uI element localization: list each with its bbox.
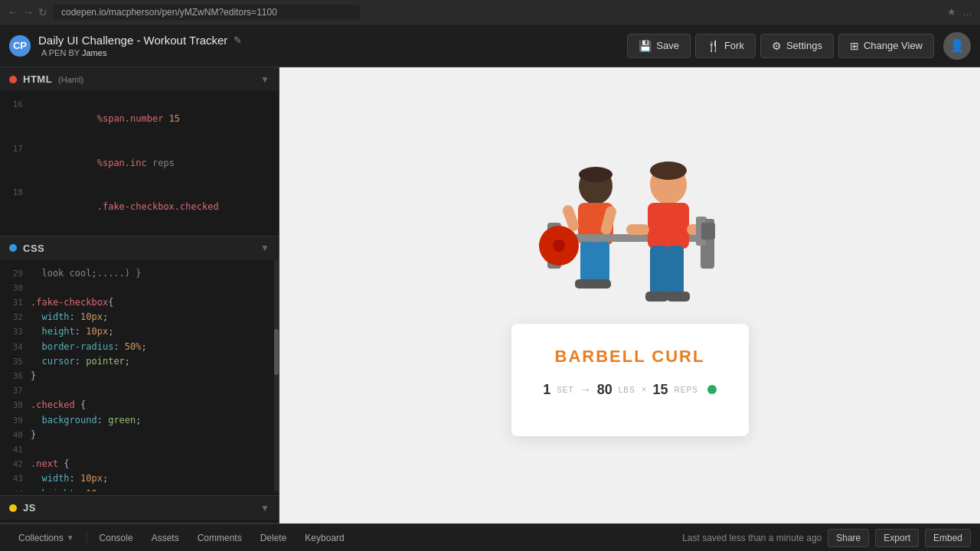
code-line: 17 %span.inc reps <box>0 142 279 186</box>
comments-button[interactable]: Comments <box>188 530 251 546</box>
console-button[interactable]: Console <box>90 530 142 546</box>
author-name: James <box>82 48 106 57</box>
workout-illustration <box>508 155 753 339</box>
status-dot <box>707 385 717 394</box>
workout-scene: BARBELL CURL 1 SET → 80 LBS × 15 REPS <box>508 155 753 436</box>
code-line: 33 height: 10px; <box>0 324 279 339</box>
css-panel-header[interactable]: CSS ▼ <box>0 236 279 260</box>
refresh-icon[interactable]: ↻ <box>38 6 47 18</box>
share-button[interactable]: Share <box>828 529 869 547</box>
js-collapse-icon[interactable]: ▼ <box>260 503 270 514</box>
svg-rect-6 <box>594 241 609 283</box>
code-line: 44 height: 10px; <box>0 487 279 492</box>
code-line: 43 width: 10px; <box>0 471 279 486</box>
svg-rect-25 <box>701 223 715 240</box>
svg-rect-17 <box>626 224 649 235</box>
save-button[interactable]: 💾 Save <box>627 34 691 58</box>
svg-rect-21 <box>645 292 668 302</box>
css-code-area[interactable]: 29 look cool;.....) } 30 31 .fake-checkb… <box>0 260 279 491</box>
topbar-actions: 💾 Save 🍴 Fork ⚙ Settings ⊞ Change View 👤 <box>627 32 971 60</box>
embed-button[interactable]: Embed <box>925 529 971 547</box>
assets-button[interactable]: Assets <box>142 530 188 546</box>
weight-label: LBS <box>619 386 635 394</box>
browser-nav: ← → ↻ <box>8 6 47 18</box>
code-line: 39 background: green; <box>0 413 279 428</box>
css-dot <box>9 244 17 252</box>
fork-icon: 🍴 <box>707 40 720 52</box>
svg-rect-5 <box>580 241 596 283</box>
preview-panel: BARBELL CURL 1 SET → 80 LBS × 15 REPS <box>279 67 980 523</box>
reps-label: REPS <box>675 386 698 394</box>
delete-button[interactable]: Delete <box>251 530 296 546</box>
js-panel: JS ▼ <box>0 496 279 523</box>
html-sublabel: (Haml) <box>58 75 83 84</box>
multiply-icon: × <box>642 384 647 395</box>
code-line: 29 look cool;.....) } <box>0 266 279 281</box>
edit-icon[interactable]: ✎ <box>234 34 242 46</box>
css-label: CSS <box>23 243 44 254</box>
browser-icons: ★ … <box>947 6 972 18</box>
url-bar: ← → ↻ codepen.io/macpherson/pen/yMZwNM?e… <box>0 0 980 24</box>
author-subtitle: A PEN BY James <box>41 48 242 57</box>
svg-point-15 <box>650 161 687 180</box>
url-field[interactable]: codepen.io/macpherson/pen/yMZwNM?editors… <box>54 5 360 20</box>
bottombar-right: Last saved less than a minute ago Share … <box>682 529 971 547</box>
js-dot <box>9 504 17 512</box>
html-collapse-icon[interactable]: ▼ <box>260 74 270 85</box>
scrollbar-thumb <box>274 329 279 375</box>
code-line: 34 border-radius: 50%; <box>0 340 279 354</box>
svg-rect-8 <box>590 279 611 289</box>
settings-button[interactable]: ⚙ Settings <box>760 34 834 58</box>
codepen-logo: CP <box>9 35 31 57</box>
svg-point-13 <box>553 240 565 252</box>
export-button[interactable]: Export <box>875 529 919 547</box>
js-panel-header[interactable]: JS ▼ <box>0 496 279 520</box>
keyboard-button[interactable]: Keyboard <box>296 530 353 546</box>
html-code-area[interactable]: 16 %span.number 15 17 %span.inc reps 18 … <box>0 91 279 236</box>
html-panel-header[interactable]: HTML (Haml) ▼ <box>0 67 279 91</box>
main-layout: HTML (Haml) ▼ 16 %span.number 15 17 %spa… <box>0 67 980 523</box>
svg-rect-19 <box>650 246 668 295</box>
code-line: 31 .fake-checkbox{ <box>0 295 279 310</box>
change-view-button[interactable]: ⊞ Change View <box>838 34 934 58</box>
star-icon[interactable]: ★ <box>947 6 956 18</box>
user-avatar[interactable]: 👤 <box>943 32 971 60</box>
set-number: 1 <box>543 382 550 398</box>
extensions-icon: … <box>962 6 972 18</box>
svg-rect-20 <box>666 246 684 295</box>
code-line: 41 <box>0 442 279 457</box>
code-line: 30 <box>0 281 279 295</box>
back-icon[interactable]: ← <box>8 6 18 18</box>
html-panel: HTML (Haml) ▼ 16 %span.number 15 17 %spa… <box>0 67 279 236</box>
project-title: Daily UI Challenge - Workout Tracker ✎ <box>38 34 242 47</box>
forward-icon[interactable]: → <box>23 6 34 18</box>
collections-button[interactable]: Collections ▼ <box>9 530 83 546</box>
workout-card: BARBELL CURL 1 SET → 80 LBS × 15 REPS <box>511 324 749 436</box>
svg-rect-22 <box>667 292 690 302</box>
bottombar: Collections ▼ Console Assets Comments De… <box>0 523 980 551</box>
code-line: 40 } <box>0 428 279 442</box>
title-text: Daily UI Challenge - Workout Tracker <box>38 34 227 47</box>
svg-point-1 <box>579 167 612 182</box>
css-collapse-icon[interactable]: ▼ <box>260 243 270 253</box>
save-icon: 💾 <box>639 40 652 52</box>
css-panel: CSS ▼ 29 look cool;.....) } 30 31 .fake-… <box>0 236 279 496</box>
left-panel: HTML (Haml) ▼ 16 %span.number 15 17 %spa… <box>0 67 279 523</box>
figure-area <box>508 155 753 339</box>
arrow-icon: → <box>580 383 591 396</box>
js-label: JS <box>23 502 36 514</box>
gear-icon: ⚙ <box>772 40 782 52</box>
fork-button[interactable]: 🍴 Fork <box>695 34 756 58</box>
code-line: 35 cursor: pointer; <box>0 354 279 369</box>
exercise-title: BARBELL CURL <box>534 347 726 367</box>
set-label: SET <box>557 386 573 394</box>
code-scrollbar[interactable] <box>274 260 279 491</box>
topbar: CP Daily UI Challenge - Workout Tracker … <box>0 24 980 67</box>
code-line: 38 .checked { <box>0 398 279 412</box>
code-line: 18 .fake-checkbox.checked <box>0 185 279 230</box>
code-line: 37 <box>0 383 279 398</box>
code-line: 42 .next { <box>0 457 279 471</box>
html-dot <box>9 76 17 83</box>
collections-dropdown-icon: ▼ <box>67 533 74 542</box>
view-icon: ⊞ <box>850 40 859 52</box>
